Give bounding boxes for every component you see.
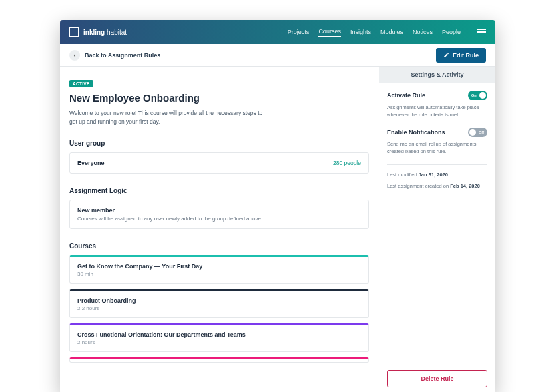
main-nav: Projects Courses Insights Modules Notice… — [288, 28, 486, 37]
course-duration: 2 hours — [77, 339, 361, 345]
chevron-left-icon: ‹ — [69, 50, 80, 61]
back-label: Back to Assignment Rules — [85, 52, 160, 59]
brand-second: habitat — [107, 29, 127, 36]
logo-icon — [69, 27, 79, 37]
nav-projects[interactable]: Projects — [288, 29, 310, 35]
sidebar-header: Settings & Activity — [379, 67, 495, 83]
delete-rule-button[interactable]: Delete Rule — [387, 370, 487, 387]
last-assignment: Last assignment created on Feb 14, 2020 — [387, 183, 487, 189]
page-description: Welcome to your new role! This course wi… — [69, 109, 263, 126]
sidebar: Settings & Activity Activate Rule On Ass… — [378, 67, 495, 392]
sub-nav-bar: ‹ Back to Assignment Rules Edit Rule — [60, 44, 495, 67]
course-name: Product Onboarding — [77, 297, 361, 304]
edit-rule-label: Edit Rule — [453, 52, 479, 59]
enable-notifications-desc: Send me an email rollup of assignments c… — [387, 141, 487, 155]
nav-insights[interactable]: Insights — [350, 29, 371, 35]
course-duration: 30 min — [77, 271, 361, 277]
course-card[interactable]: Cross Functional Orientation: Our Depart… — [69, 323, 369, 352]
section-logic-title: Assignment Logic — [69, 187, 369, 194]
divider — [387, 164, 487, 165]
section-usergroup-title: User group — [69, 140, 369, 147]
back-button[interactable]: ‹ Back to Assignment Rules — [69, 50, 160, 61]
main-content: ACTIVE New Employee Onboarding Welcome t… — [60, 67, 378, 392]
top-nav-bar: inkling habitat Projects Courses Insight… — [60, 20, 495, 44]
nav-courses[interactable]: Courses — [318, 28, 341, 37]
status-badge: ACTIVE — [69, 80, 93, 87]
menu-icon[interactable] — [477, 29, 486, 35]
logic-desc: Courses will be assigned to any user new… — [77, 216, 361, 222]
section-courses-title: Courses — [69, 242, 369, 250]
activate-rule-label: Activate Rule — [387, 92, 425, 99]
nav-people[interactable]: People — [442, 29, 461, 35]
pencil-icon — [443, 52, 449, 58]
course-card[interactable] — [69, 357, 369, 363]
page-title: New Employee Onboarding — [69, 92, 369, 104]
edit-rule-button[interactable]: Edit Rule — [436, 48, 486, 63]
course-duration: 2.2 hours — [77, 305, 361, 311]
last-modified: Last modified Jan 31, 2020 — [387, 172, 487, 178]
logic-title: New member — [77, 207, 361, 214]
activate-rule-toggle[interactable]: On — [468, 91, 487, 100]
course-name: Get to Know the Company — Your First Day — [77, 263, 361, 270]
toggle-state-label: Off — [479, 130, 484, 134]
enable-notifications-label: Enable Notifications — [387, 129, 445, 136]
nav-notices[interactable]: Notices — [413, 29, 433, 35]
usergroup-name: Everyone — [77, 160, 105, 166]
usergroup-count-link[interactable]: 280 people — [333, 160, 361, 166]
nav-modules[interactable]: Modules — [380, 29, 403, 35]
course-card[interactable]: Product Onboarding 2.2 hours — [69, 289, 369, 318]
brand: inkling habitat — [83, 29, 127, 36]
activate-rule-desc: Assignments will automatically take plac… — [387, 104, 487, 118]
usergroup-card: Everyone 280 people — [69, 152, 369, 174]
course-card[interactable]: Get to Know the Company — Your First Day… — [69, 255, 369, 284]
enable-notifications-toggle[interactable]: Off — [468, 128, 487, 137]
brand-first: inkling — [83, 29, 105, 36]
course-name: Cross Functional Orientation: Our Depart… — [77, 331, 361, 338]
toggle-state-label: On — [471, 93, 477, 97]
logic-card: New member Courses will be assigned to a… — [69, 200, 369, 229]
